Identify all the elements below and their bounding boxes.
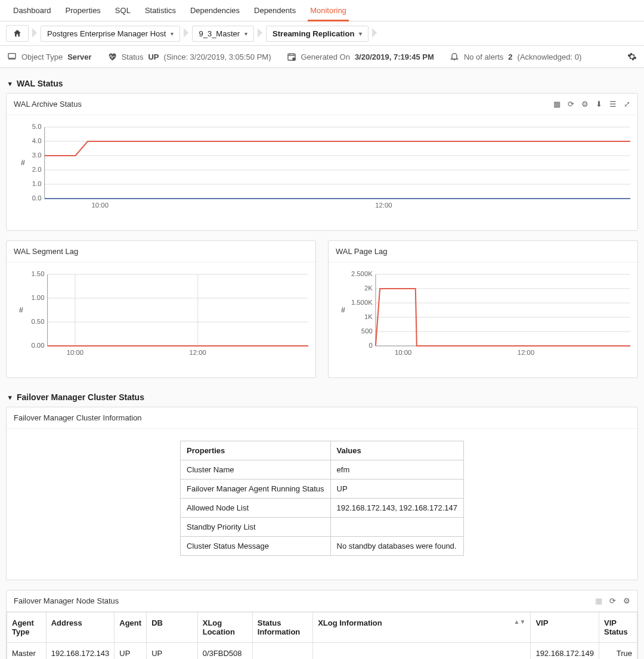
breadcrumb-bar: Postgres Enterprise Manager Host ▾ 9_3_M… — [0, 21, 644, 46]
svg-text:3.0: 3.0 — [32, 151, 42, 159]
value: UP — [148, 52, 159, 61]
tab-dependencies[interactable]: Dependencies — [183, 0, 247, 21]
tab-sql[interactable]: SQL — [108, 0, 138, 21]
generated-on: Generated On 3/20/2019, 7:19:45 PM — [287, 52, 434, 61]
panel-wal-archive: WAL Archive Status ▦ ⟳ ⚙ ⬇ ☰ ⤢ 0.0 1.0 2… — [6, 93, 638, 231]
svg-text:12:00: 12:00 — [375, 202, 392, 209]
table-icon[interactable]: ▦ — [553, 100, 561, 109]
table-header-row: Properties Values — [181, 441, 464, 460]
tab-statistics[interactable]: Statistics — [138, 0, 183, 21]
panel-wal-page: WAL Page Lag 0 500 1K 1.500K 2K 2.500K 1… — [328, 240, 638, 378]
breadcrumb-page[interactable]: Streaming Replication ▾ — [266, 26, 369, 42]
label: No of alerts — [464, 52, 503, 61]
svg-text:#: # — [341, 306, 345, 314]
breadcrumb-separator — [182, 28, 190, 39]
tab-dashboard[interactable]: Dashboard — [6, 0, 58, 21]
col-xlog-location[interactable]: XLog Location — [197, 612, 252, 643]
breadcrumb-label: 9_3_Master — [199, 29, 240, 38]
panel-tools: ▦ ⟳ ⚙ ⬇ ☰ ⤢ — [553, 100, 630, 109]
section-failover-status: ▾ Failover Manager Cluster Status — [6, 388, 638, 407]
table-row: Standby Priority List — [181, 518, 464, 537]
heartbeat-icon — [107, 52, 117, 61]
section-wal-status: ▾ WAL Status — [6, 74, 638, 93]
col-values: Values — [330, 441, 463, 460]
failover-info-table: Properties Values Cluster Nameefm Failov… — [180, 441, 464, 556]
table-icon[interactable]: ▦ — [595, 596, 602, 605]
status: Status UP (Since: 3/20/2019, 3:05:50 PM) — [107, 52, 271, 61]
download-icon[interactable]: ⬇ — [596, 100, 602, 109]
svg-rect-0 — [8, 54, 16, 58]
svg-text:#: # — [21, 159, 25, 167]
panel-title: WAL Segment Lag — [14, 247, 78, 256]
svg-text:2.0: 2.0 — [32, 166, 42, 173]
object-type: Object Type Server — [7, 52, 92, 61]
svg-text:0.00: 0.00 — [31, 342, 44, 349]
panel-title: Failover Manager Node Status — [14, 596, 119, 605]
svg-point-6 — [292, 57, 295, 60]
collapse-icon[interactable]: ▾ — [8, 80, 12, 88]
col-agent[interactable]: Agent — [114, 612, 147, 643]
content-area: ▾ WAL Status WAL Archive Status ▦ ⟳ ⚙ ⬇ … — [0, 68, 644, 659]
gear-icon[interactable] — [627, 52, 637, 61]
col-properties: Properties — [181, 441, 331, 460]
chart-wal-segment: 0.00 0.50 1.00 1.50 10:00 12:00 # — [14, 268, 308, 358]
table-row: Cluster Status MessageNo standby databas… — [181, 537, 464, 556]
svg-text:2.500K: 2.500K — [351, 270, 373, 277]
svg-text:0.50: 0.50 — [31, 318, 44, 325]
monitor-icon — [7, 52, 17, 61]
panel-failover-node: Failover Manager Node Status ▦ ⟳ ⚙ Agent… — [6, 590, 638, 659]
calendar-icon — [287, 52, 296, 61]
info-bar: Object Type Server Status UP (Since: 3/2… — [0, 46, 644, 68]
collapse-icon[interactable]: ▾ — [8, 394, 12, 401]
svg-text:0.0: 0.0 — [32, 194, 42, 202]
panel-title: WAL Archive Status — [14, 100, 82, 109]
svg-text:0: 0 — [369, 342, 372, 349]
gear-icon[interactable]: ⚙ — [623, 596, 630, 605]
breadcrumb-label: Streaming Replication — [273, 29, 354, 38]
chevron-down-icon: ▾ — [171, 30, 174, 37]
svg-text:10:00: 10:00 — [395, 349, 411, 356]
main-tabs: Dashboard Properties SQL Statistics Depe… — [0, 0, 644, 21]
label: Object Type — [21, 52, 63, 61]
col-vip-status[interactable]: VIP Status — [599, 612, 637, 643]
bell-icon — [450, 52, 459, 61]
breadcrumb-server[interactable]: 9_3_Master ▾ — [192, 26, 254, 42]
table-row: Allowed Node List192.168.172.143, 192.16… — [181, 499, 464, 518]
col-xlog-info[interactable]: XLog Information▲▼ — [313, 612, 531, 643]
col-vip[interactable]: VIP — [531, 612, 599, 643]
tab-properties[interactable]: Properties — [58, 0, 108, 21]
svg-text:1.50: 1.50 — [31, 270, 44, 277]
breadcrumb-separator — [31, 28, 38, 39]
table-row: Failover Manager Agent Running StatusUP — [181, 479, 464, 499]
breadcrumb-separator — [371, 28, 378, 39]
breadcrumb-label: Postgres Enterprise Manager Host — [47, 29, 166, 38]
col-db[interactable]: DB — [147, 612, 198, 643]
col-address[interactable]: Address — [46, 612, 114, 643]
chart-wal-archive: 0.0 1.0 2.0 3.0 4.0 5.0 10:00 12:00 # — [14, 121, 630, 211]
refresh-icon[interactable]: ⟳ — [609, 596, 616, 605]
section-title: WAL Status — [17, 79, 63, 88]
svg-text:4.0: 4.0 — [32, 137, 42, 144]
svg-text:10:00: 10:00 — [92, 202, 109, 209]
breadcrumb-separator — [256, 28, 264, 39]
col-status-info[interactable]: Status Information — [252, 612, 312, 643]
value: 3/20/2019, 7:19:45 PM — [355, 52, 434, 61]
refresh-icon[interactable]: ⟳ — [568, 100, 574, 109]
panel-wal-segment: WAL Segment Lag 0.00 0.50 1.00 1.50 10:0… — [6, 240, 316, 378]
gear-icon[interactable]: ⚙ — [581, 100, 589, 109]
svg-text:1.0: 1.0 — [32, 180, 42, 187]
home-button[interactable] — [6, 25, 29, 42]
label: Status — [122, 52, 144, 61]
col-agent-type[interactable]: Agent Type — [7, 612, 47, 643]
breadcrumb-host[interactable]: Postgres Enterprise Manager Host ▾ — [41, 26, 180, 42]
tab-monitoring[interactable]: Monitoring — [303, 0, 354, 21]
panel-title: Failover Manager Cluster Information — [14, 413, 142, 422]
value: Server — [67, 52, 91, 61]
list-icon[interactable]: ☰ — [609, 100, 617, 109]
expand-icon[interactable]: ⤢ — [624, 100, 630, 109]
chart-wal-page: 0 500 1K 1.500K 2K 2.500K 10:00 12:00 # — [336, 268, 630, 358]
section-title: Failover Manager Cluster Status — [17, 392, 144, 402]
tab-dependents[interactable]: Dependents — [247, 0, 303, 21]
ack: (Acknowledged: 0) — [518, 52, 582, 61]
sort-icon: ▲▼ — [514, 618, 526, 625]
